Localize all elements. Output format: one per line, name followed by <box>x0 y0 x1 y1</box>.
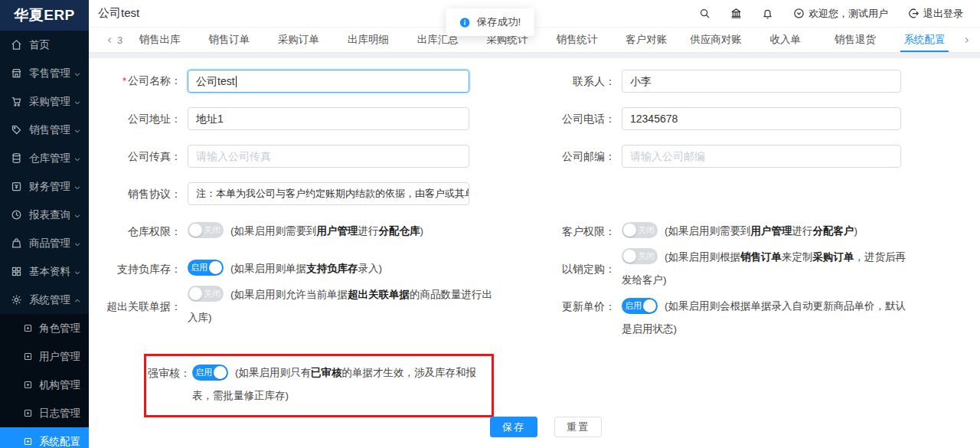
toggle-label: 关闭 <box>202 226 222 234</box>
hint-segment: 来定制 <box>782 251 813 263</box>
chevron-right-icon[interactable] <box>959 28 974 52</box>
field-value: 12345678 <box>630 113 678 125</box>
company-name-field[interactable]: 公司test <box>188 70 469 93</box>
sidebar-item-org-mgmt[interactable]: 机构管理 <box>0 371 89 399</box>
company-zip-field[interactable]: 请输入公司邮编 <box>622 145 901 168</box>
toggle-knob <box>623 250 636 263</box>
tab-sales-order[interactable]: 销售订单 <box>194 28 264 52</box>
tab-purchase-order[interactable]: 采购订单 <box>264 28 334 52</box>
user-menu[interactable]: 欢迎您，测试用户 <box>793 7 888 21</box>
field-label: 更新单价： <box>536 295 622 318</box>
field-control: 关闭(如果启用则需要到用户管理进行分配仓库) <box>188 220 494 243</box>
toast-text: 保存成功! <box>477 15 521 29</box>
hint-segment: 进行 <box>792 225 813 237</box>
sidebar-item-label: 销售管理 <box>29 123 70 137</box>
sidebar-item-label: 系统管理 <box>29 293 70 307</box>
chevron-down-icon <box>74 239 81 250</box>
form-row: *公司名称： 公司test <box>100 62 501 100</box>
field-label: 销售协议： <box>100 182 188 205</box>
sidebar-item-label: 仓库管理 <box>29 152 70 165</box>
chevron-up-icon <box>74 296 81 307</box>
sidebar-item-reports[interactable]: 报表查询 <box>0 201 89 229</box>
hint-segment-bold: 超出关联单据 <box>348 289 410 300</box>
sidebar-item-basic-data[interactable]: 基本资料 <box>0 257 89 286</box>
sidebar-item-label: 系统配置 <box>39 435 80 448</box>
field-label: 以销定购： <box>536 257 622 280</box>
chevron-left-icon[interactable] <box>103 28 117 52</box>
sidebar-item-finance[interactable]: 财务管理 <box>0 172 89 201</box>
sidebar-item-sales[interactable]: 销售管理 <box>0 116 89 144</box>
sidebar-item-label: 财务管理 <box>29 180 70 194</box>
tab-sales-stats[interactable]: 销售统计 <box>542 28 612 52</box>
sidebar-item-system[interactable]: 系统管理 <box>0 286 89 314</box>
field-label: 公司地址： <box>100 107 188 130</box>
field-label: 公司电话： <box>536 107 622 130</box>
toggle-knob <box>643 299 656 312</box>
tab-system-config[interactable]: 系统配置 <box>890 28 959 52</box>
gear-icon <box>11 294 22 306</box>
exceed-linked-doc-toggle[interactable]: 关闭 <box>188 286 224 302</box>
company-address-field[interactable]: 地址1 <box>188 107 469 130</box>
tab-sales-outbound[interactable]: 销售出库 <box>125 28 194 52</box>
chevron-down-icon <box>74 97 81 109</box>
sidebar-item-purchase[interactable]: 采购管理 <box>0 87 89 116</box>
hint-segment: (如果启用则需要到 <box>665 225 751 237</box>
report-icon <box>11 209 22 221</box>
bell-icon[interactable] <box>762 8 773 19</box>
sidebar-item-label: 报表查询 <box>29 208 70 222</box>
warehouse-permission-toggle[interactable]: 关闭 <box>188 222 224 238</box>
sidebar-item-warehouse[interactable]: 仓库管理 <box>0 144 89 172</box>
negative-stock-toggle[interactable]: 启用 <box>188 260 224 276</box>
sidebar-item-retail[interactable]: 零售管理 <box>0 59 89 87</box>
search-icon[interactable] <box>699 8 710 19</box>
shop-icon <box>11 67 22 79</box>
force-audit-toggle[interactable]: 启用 <box>192 365 228 381</box>
company-phone-field[interactable]: 12345678 <box>622 107 901 130</box>
partial-tab[interactable]: 3 <box>117 34 125 46</box>
toggle-label: 关闭 <box>202 289 222 298</box>
toggle-label: 关闭 <box>636 252 656 260</box>
customer-permission-toggle[interactable]: 关闭 <box>622 222 658 238</box>
logout-icon <box>908 8 920 19</box>
tab-supplier-reconciliation[interactable]: 供应商对账 <box>681 28 751 52</box>
hint-segment: (如果启用则会根据单据录入自动更新商品单价，默认是启用状态) <box>622 300 906 335</box>
sidebar-item-home[interactable]: 首页 <box>0 31 89 59</box>
text-caret <box>236 76 237 87</box>
sidebar-item-role-mgmt[interactable]: 角色管理 <box>0 314 89 342</box>
sidebar-item-user-mgmt[interactable]: 用户管理 <box>0 342 89 371</box>
hint-segment-bold: 采购订单 <box>813 251 854 263</box>
field-value: 公司test <box>196 75 235 87</box>
field-value: 注：本单为我公司与客户约定账期内结款的依据，由客户或其单位员工签字 <box>196 188 469 199</box>
sales-agreement-field[interactable]: 注：本单为我公司与客户约定账期内结款的依据，由客户或其单位员工签字 <box>188 182 469 205</box>
form-row: 公司电话： 12345678 <box>536 100 969 137</box>
update-price-toggle[interactable]: 启用 <box>622 298 658 314</box>
save-button[interactable]: 保存 <box>490 417 537 437</box>
system-config-form: *公司名称： 公司test 公司地址： 地址1 公司传真： 请输入公司传真 销售… <box>89 58 980 448</box>
tab-outbound-detail[interactable]: 出库明细 <box>333 28 403 52</box>
logout-button[interactable]: 退出登录 <box>908 7 963 21</box>
sidebar-item-system-config[interactable]: 系统配置 <box>0 427 89 448</box>
toggle-label: 启用 <box>189 263 209 272</box>
tab-income-slip[interactable]: 收入单 <box>750 28 820 52</box>
field-label: 公司传真： <box>100 145 188 168</box>
form-row: 联系人： 小李 <box>536 62 969 100</box>
sidebar-item-label: 用户管理 <box>39 350 80 364</box>
order-by-sale-toggle[interactable]: 关闭 <box>622 248 658 264</box>
contact-field[interactable]: 小李 <box>622 70 901 93</box>
hint-segment: ) <box>854 225 858 237</box>
form-actions: 保存 重置 <box>490 417 602 437</box>
reset-button[interactable]: 重置 <box>554 417 602 437</box>
database-icon <box>11 152 22 164</box>
sidebar-item-log-mgmt[interactable]: 日志管理 <box>0 399 89 427</box>
sidebar-item-goods[interactable]: 商品管理 <box>0 229 89 257</box>
tab-sales-return[interactable]: 销售退货 <box>820 28 890 52</box>
goods-icon <box>11 237 22 249</box>
tab-customer-reconciliation[interactable]: 客户对账 <box>612 28 681 52</box>
hint-segment: ) <box>420 225 424 237</box>
company-fax-field[interactable]: 请输入公司传真 <box>188 145 469 168</box>
user-caret-icon <box>793 8 805 19</box>
bank-icon[interactable] <box>730 8 742 19</box>
chevron-down-icon <box>74 69 81 80</box>
field-control: 启用(如果启用则会根据单据录入自动更新商品单价，默认是启用状态) <box>622 295 906 341</box>
finance-icon <box>11 181 22 192</box>
